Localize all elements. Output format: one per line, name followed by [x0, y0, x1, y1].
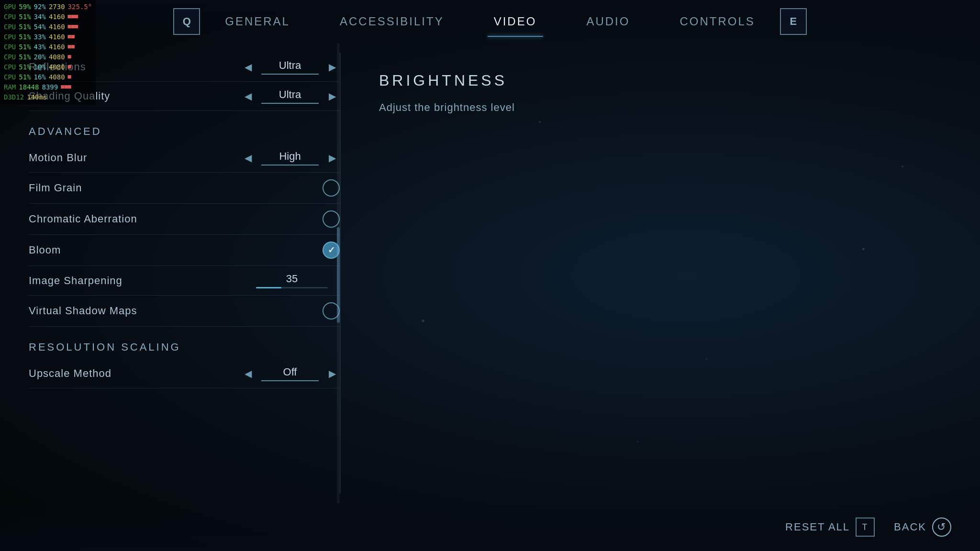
nav-key-e[interactable]: E	[780, 8, 807, 35]
slider-track[interactable]	[256, 287, 328, 288]
scrollbar-thumb[interactable]	[337, 227, 340, 323]
setting-row-chromatic-aberration: Chromatic Aberration	[29, 204, 340, 235]
info-title: BRIGHTNESS	[379, 72, 942, 89]
reflections-select[interactable]: ◀ Ultra ▶	[240, 59, 340, 75]
reset-key-t[interactable]: T	[856, 518, 875, 537]
nav-bar: Q GENERAL ACCESSIBILITY VIDEO AUDIO CONT…	[0, 0, 980, 43]
tab-controls[interactable]: CONTROLS	[655, 10, 780, 33]
upscale-method-label: Upscale Method	[29, 367, 111, 380]
nav-key-q[interactable]: Q	[173, 8, 200, 35]
motion-blur-label: Motion Blur	[29, 152, 87, 164]
motion-blur-value: High	[261, 150, 319, 165]
shading-quality-select[interactable]: ◀ Ultra ▶	[240, 88, 340, 104]
reflections-value: Ultra	[261, 59, 319, 75]
info-description: Adjust the brightness level	[379, 99, 942, 116]
back-label: BACK	[894, 521, 926, 533]
bloom-label: Bloom	[29, 244, 61, 256]
tab-video[interactable]: VIDEO	[469, 10, 562, 33]
setting-row-film-grain: Film Grain	[29, 173, 340, 204]
hud-stats: GPU 59% 92% 2730 325.5° CPU 51% 34% 4160…	[0, 0, 96, 104]
bottom-bar: RESET ALL T BACK ↺	[0, 503, 980, 551]
upscale-method-select[interactable]: ◀ Off ▶	[240, 366, 340, 381]
image-sharpening-slider[interactable]: 35	[244, 273, 340, 288]
resolution-scaling-header: RESOLUTION SCALING	[29, 341, 340, 353]
setting-row-virtual-shadow-maps: Virtual Shadow Maps	[29, 296, 340, 327]
setting-row-upscale-method: Upscale Method ◀ Off ▶	[29, 359, 340, 388]
virtual-shadow-maps-label: Virtual Shadow Maps	[29, 305, 137, 317]
tab-audio[interactable]: AUDIO	[561, 10, 655, 33]
info-panel: BRIGHTNESS Adjust the brightness level	[341, 43, 980, 503]
upscale-method-value: Off	[261, 366, 319, 381]
reset-all-button[interactable]: RESET ALL T	[785, 518, 875, 537]
back-key[interactable]: ↺	[932, 518, 951, 537]
slider-fill	[256, 287, 281, 288]
setting-row-image-sharpening: Image Sharpening 35	[29, 266, 340, 296]
back-button[interactable]: BACK ↺	[894, 518, 951, 537]
chromatic-aberration-label: Chromatic Aberration	[29, 213, 137, 225]
setting-row-motion-blur: Motion Blur ◀ High ▶	[29, 143, 340, 173]
tab-general[interactable]: GENERAL	[200, 10, 315, 33]
image-sharpening-label: Image Sharpening	[29, 275, 122, 287]
motion-blur-select[interactable]: ◀ High ▶	[240, 150, 340, 165]
shading-quality-left-arrow[interactable]: ◀	[240, 88, 256, 104]
nav-items: Q GENERAL ACCESSIBILITY VIDEO AUDIO CONT…	[173, 8, 807, 35]
shading-quality-value: Ultra	[261, 88, 319, 104]
setting-row-bloom: Bloom	[29, 235, 340, 266]
main-content: Reflections ◀ Ultra ▶ Shading Quality ◀ …	[0, 43, 980, 503]
advanced-section-header: ADVANCED	[29, 125, 340, 138]
reflections-left-arrow[interactable]: ◀	[240, 59, 256, 75]
tab-accessibility[interactable]: ACCESSIBILITY	[315, 10, 469, 33]
motion-blur-left-arrow[interactable]: ◀	[240, 150, 256, 165]
upscale-method-left-arrow[interactable]: ◀	[240, 366, 256, 381]
reset-all-label: RESET ALL	[785, 521, 850, 533]
scrollbar[interactable]	[337, 43, 340, 503]
film-grain-label: Film Grain	[29, 182, 82, 194]
settings-panel: Reflections ◀ Ultra ▶ Shading Quality ◀ …	[0, 43, 340, 503]
image-sharpening-value: 35	[286, 273, 298, 285]
